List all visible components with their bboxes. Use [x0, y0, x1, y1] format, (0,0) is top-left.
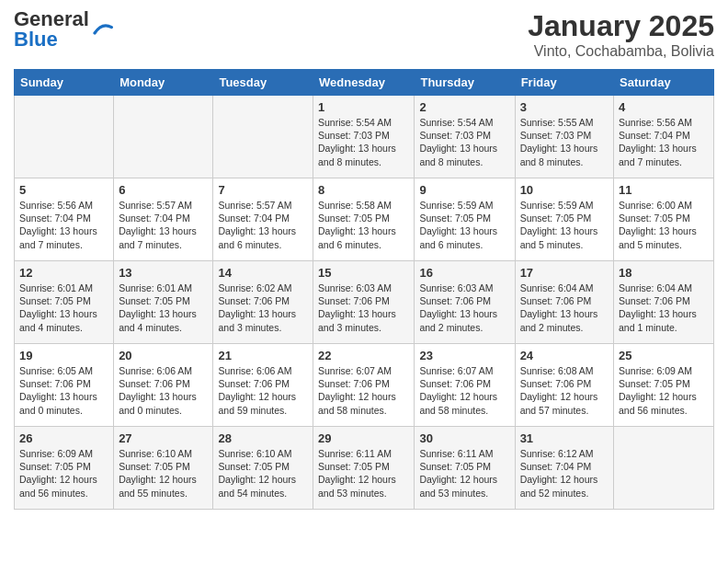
day-info: Sunrise: 5:54 AM Sunset: 7:03 PM Dayligh… — [318, 116, 409, 168]
day-info: Sunrise: 6:07 AM Sunset: 7:06 PM Dayligh… — [318, 364, 409, 417]
day-info: Sunrise: 6:03 AM Sunset: 7:06 PM Dayligh… — [318, 282, 409, 334]
day-info: Sunrise: 6:10 AM Sunset: 7:05 PM Dayligh… — [218, 447, 308, 500]
day-info: Sunrise: 6:09 AM Sunset: 7:05 PM Dayligh… — [619, 364, 709, 417]
day-number: 20 — [119, 349, 208, 362]
day-info: Sunrise: 6:11 AM Sunset: 7:05 PM Dayligh… — [318, 447, 409, 500]
day-number: 18 — [619, 266, 709, 280]
calendar-cell: 1Sunrise: 5:54 AM Sunset: 7:03 PM Daylig… — [313, 96, 415, 178]
calendar-cell: 23Sunrise: 6:07 AM Sunset: 7:06 PM Dayli… — [415, 344, 515, 427]
day-info: Sunrise: 6:08 AM Sunset: 7:06 PM Dayligh… — [520, 364, 609, 417]
calendar-cell — [114, 96, 213, 178]
day-info: Sunrise: 6:01 AM Sunset: 7:05 PM Dayligh… — [119, 282, 208, 334]
calendar-cell: 31Sunrise: 6:12 AM Sunset: 7:04 PM Dayli… — [515, 427, 613, 510]
calendar-week-1: 5Sunrise: 5:56 AM Sunset: 7:04 PM Daylig… — [15, 178, 714, 261]
day-info: Sunrise: 5:58 AM Sunset: 7:05 PM Dayligh… — [318, 199, 409, 251]
calendar-cell: 13Sunrise: 6:01 AM Sunset: 7:05 PM Dayli… — [114, 261, 213, 344]
calendar-cell: 14Sunrise: 6:02 AM Sunset: 7:06 PM Dayli… — [213, 261, 313, 344]
day-info: Sunrise: 6:04 AM Sunset: 7:06 PM Dayligh… — [619, 282, 709, 334]
calendar-cell: 19Sunrise: 6:05 AM Sunset: 7:06 PM Dayli… — [15, 344, 114, 427]
day-header-thursday: Thursday — [415, 70, 515, 96]
calendar-cell: 16Sunrise: 6:03 AM Sunset: 7:06 PM Dayli… — [415, 261, 515, 344]
day-number: 8 — [318, 183, 409, 197]
day-number: 31 — [520, 431, 609, 445]
day-number: 5 — [19, 183, 108, 197]
logo-blue: Blue — [14, 28, 58, 51]
day-number: 1 — [318, 100, 409, 114]
day-info: Sunrise: 5:57 AM Sunset: 7:04 PM Dayligh… — [218, 199, 308, 251]
calendar-cell: 11Sunrise: 6:00 AM Sunset: 7:05 PM Dayli… — [614, 178, 714, 261]
calendar-cell: 2Sunrise: 5:54 AM Sunset: 7:03 PM Daylig… — [415, 96, 515, 178]
calendar-cell: 29Sunrise: 6:11 AM Sunset: 7:05 PM Dayli… — [313, 427, 415, 510]
calendar-cell: 3Sunrise: 5:55 AM Sunset: 7:03 PM Daylig… — [515, 96, 613, 178]
day-header-saturday: Saturday — [614, 70, 714, 96]
day-number: 22 — [318, 349, 409, 362]
calendar-cell: 10Sunrise: 5:59 AM Sunset: 7:05 PM Dayli… — [515, 178, 613, 261]
day-number: 14 — [218, 266, 308, 280]
day-number: 27 — [119, 431, 208, 445]
day-number: 28 — [218, 431, 308, 445]
calendar-cell: 18Sunrise: 6:04 AM Sunset: 7:06 PM Dayli… — [614, 261, 714, 344]
day-header-tuesday: Tuesday — [213, 70, 313, 96]
day-header-monday: Monday — [114, 70, 213, 96]
calendar-cell: 7Sunrise: 5:57 AM Sunset: 7:04 PM Daylig… — [213, 178, 313, 261]
day-info: Sunrise: 6:06 AM Sunset: 7:06 PM Dayligh… — [218, 364, 308, 417]
location: Vinto, Cochabamba, Bolivia — [528, 43, 714, 60]
calendar-cell: 6Sunrise: 5:57 AM Sunset: 7:04 PM Daylig… — [114, 178, 213, 261]
day-header-sunday: Sunday — [15, 70, 114, 96]
calendar-week-4: 26Sunrise: 6:09 AM Sunset: 7:05 PM Dayli… — [15, 427, 714, 510]
calendar-cell — [15, 96, 114, 178]
calendar-cell: 22Sunrise: 6:07 AM Sunset: 7:06 PM Dayli… — [313, 344, 415, 427]
calendar-cell: 9Sunrise: 5:59 AM Sunset: 7:05 PM Daylig… — [415, 178, 515, 261]
calendar-cell: 21Sunrise: 6:06 AM Sunset: 7:06 PM Dayli… — [213, 344, 313, 427]
day-number: 2 — [419, 100, 509, 114]
day-info: Sunrise: 6:06 AM Sunset: 7:06 PM Dayligh… — [119, 364, 208, 417]
calendar-cell: 20Sunrise: 6:06 AM Sunset: 7:06 PM Dayli… — [114, 344, 213, 427]
day-info: Sunrise: 6:02 AM Sunset: 7:06 PM Dayligh… — [218, 282, 308, 334]
day-info: Sunrise: 6:04 AM Sunset: 7:06 PM Dayligh… — [520, 282, 609, 334]
day-number: 29 — [318, 431, 409, 445]
calendar-cell: 27Sunrise: 6:10 AM Sunset: 7:05 PM Dayli… — [114, 427, 213, 510]
logo-text: General Blue — [14, 9, 89, 50]
calendar-cell: 12Sunrise: 6:01 AM Sunset: 7:05 PM Dayli… — [15, 261, 114, 344]
day-number: 21 — [218, 349, 308, 362]
header: General Blue January 2025 Vinto, Cochaba… — [14, 9, 714, 60]
day-number: 26 — [19, 431, 108, 445]
day-info: Sunrise: 5:56 AM Sunset: 7:04 PM Dayligh… — [619, 116, 709, 168]
day-info: Sunrise: 6:07 AM Sunset: 7:06 PM Dayligh… — [419, 364, 509, 417]
day-info: Sunrise: 6:05 AM Sunset: 7:06 PM Dayligh… — [19, 364, 108, 417]
day-number: 19 — [19, 349, 108, 362]
day-info: Sunrise: 6:12 AM Sunset: 7:04 PM Dayligh… — [520, 447, 609, 500]
day-number: 11 — [619, 183, 709, 197]
calendar-week-2: 12Sunrise: 6:01 AM Sunset: 7:05 PM Dayli… — [15, 261, 714, 344]
month-title: January 2025 — [528, 9, 714, 43]
day-info: Sunrise: 5:59 AM Sunset: 7:05 PM Dayligh… — [520, 199, 609, 251]
day-info: Sunrise: 6:11 AM Sunset: 7:05 PM Dayligh… — [419, 447, 509, 500]
calendar-cell — [213, 96, 313, 178]
day-number: 25 — [619, 349, 709, 362]
calendar-cell: 25Sunrise: 6:09 AM Sunset: 7:05 PM Dayli… — [614, 344, 714, 427]
day-number: 10 — [520, 183, 609, 197]
calendar-container: General Blue January 2025 Vinto, Cochaba… — [0, 0, 728, 519]
day-header-wednesday: Wednesday — [313, 70, 415, 96]
day-info: Sunrise: 5:57 AM Sunset: 7:04 PM Dayligh… — [119, 199, 208, 251]
day-number: 15 — [318, 266, 409, 280]
calendar-cell: 24Sunrise: 6:08 AM Sunset: 7:06 PM Dayli… — [515, 344, 613, 427]
day-number: 12 — [19, 266, 108, 280]
day-info: Sunrise: 5:59 AM Sunset: 7:05 PM Dayligh… — [419, 199, 509, 251]
calendar-cell: 8Sunrise: 5:58 AM Sunset: 7:05 PM Daylig… — [313, 178, 415, 261]
day-number: 4 — [619, 100, 709, 114]
day-number: 17 — [520, 266, 609, 280]
day-number: 7 — [218, 183, 308, 197]
calendar-cell: 17Sunrise: 6:04 AM Sunset: 7:06 PM Dayli… — [515, 261, 613, 344]
day-info: Sunrise: 6:09 AM Sunset: 7:05 PM Dayligh… — [19, 447, 108, 500]
day-number: 23 — [419, 349, 509, 362]
day-info: Sunrise: 5:54 AM Sunset: 7:03 PM Dayligh… — [419, 116, 509, 168]
calendar-cell: 30Sunrise: 6:11 AM Sunset: 7:05 PM Dayli… — [415, 427, 515, 510]
calendar-cell: 4Sunrise: 5:56 AM Sunset: 7:04 PM Daylig… — [614, 96, 714, 178]
day-number: 24 — [520, 349, 609, 362]
calendar-week-3: 19Sunrise: 6:05 AM Sunset: 7:06 PM Dayli… — [15, 344, 714, 427]
calendar-cell: 15Sunrise: 6:03 AM Sunset: 7:06 PM Dayli… — [313, 261, 415, 344]
calendar-cell: 28Sunrise: 6:10 AM Sunset: 7:05 PM Dayli… — [213, 427, 313, 510]
day-info: Sunrise: 5:56 AM Sunset: 7:04 PM Dayligh… — [19, 199, 108, 251]
calendar-cell — [614, 427, 714, 510]
